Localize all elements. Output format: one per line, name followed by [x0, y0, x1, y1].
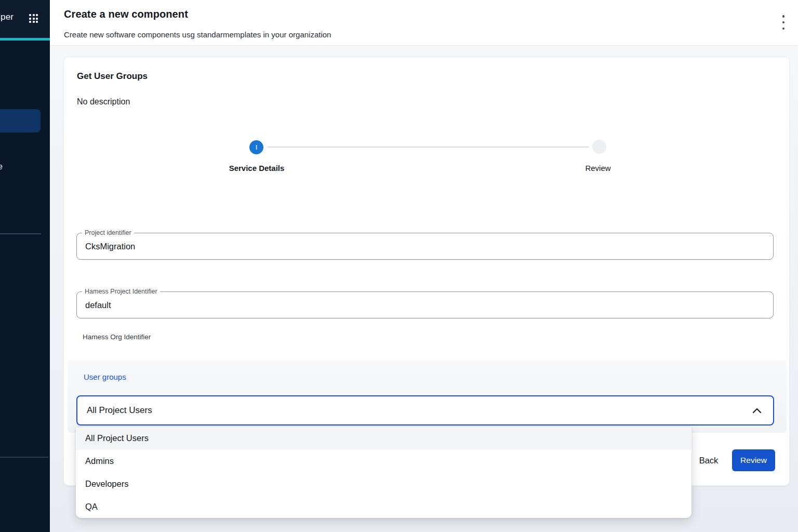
project-identifier-field: Project identifier [76, 233, 774, 260]
harness-org-identifier-label: Hamess Org Identifier [83, 333, 151, 341]
sidebar-header: lper [0, 0, 50, 38]
sidebar: lper e [0, 0, 50, 532]
harness-project-identifier-field: Hamess Project Identifier [76, 291, 774, 318]
review-button[interactable]: Review [732, 449, 775, 471]
sidebar-divider [0, 457, 48, 458]
stepper-connector [268, 147, 589, 148]
page-subtitle: Create new software components usg stand… [64, 30, 331, 39]
user-groups-link[interactable]: User groups [84, 373, 126, 381]
card-title: Get User Groups [77, 71, 148, 82]
page-header: Create a new component Create new softwa… [50, 0, 798, 46]
user-groups-select[interactable]: All Project Users [76, 395, 774, 425]
sidebar-item-label-fragment[interactable]: e [0, 162, 3, 171]
kebab-menu-icon[interactable] [781, 15, 786, 30]
chevron-up-icon [752, 407, 762, 414]
dropdown-option-admins[interactable]: Admins [76, 450, 691, 473]
dropdown-option-developers[interactable]: Developers [76, 473, 691, 496]
template-form-card: Get User Groups No description I Service… [63, 57, 790, 486]
stepper-step-2-label: Review [546, 164, 650, 172]
user-groups-dropdown: All Project Users Admins Developers QA [76, 427, 691, 518]
dropdown-option-all-project-users[interactable]: All Project Users [76, 427, 691, 450]
brand-text-fragment: lper [0, 12, 14, 22]
harness-project-identifier-input[interactable] [77, 292, 773, 318]
sidebar-item-selected[interactable] [0, 109, 41, 132]
back-button[interactable]: Back [693, 449, 725, 471]
sidebar-divider [0, 233, 41, 234]
user-groups-select-value: All Project Users [87, 405, 152, 416]
project-identifier-input[interactable] [77, 233, 773, 259]
page-title: Create a new component [64, 8, 188, 20]
sidebar-accent-line [0, 38, 50, 41]
dropdown-option-qa[interactable]: QA [76, 495, 691, 518]
stepper-step-1-indicator[interactable]: I [249, 140, 263, 154]
stepper-step-2-indicator[interactable] [592, 140, 606, 154]
card-description: No description [77, 97, 130, 107]
apps-grid-icon[interactable] [29, 14, 39, 24]
stepper-step-1-label: Service Details [205, 164, 309, 172]
